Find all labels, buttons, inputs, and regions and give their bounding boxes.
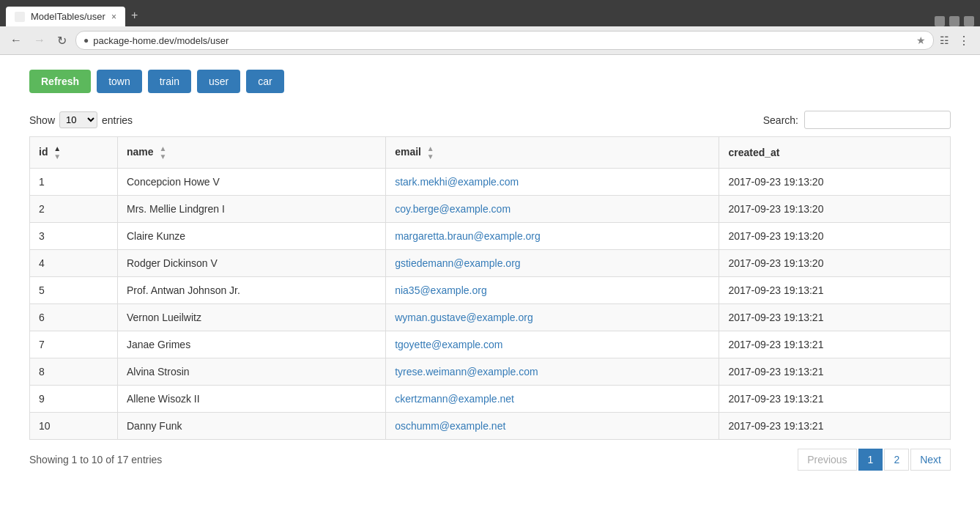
page-content: Refresh town train user car Show 10 25 5… [0,55,980,485]
table-body: 1 Concepcion Howe V stark.mekhi@example.… [30,169,951,440]
cell-created-at: 2017-09-23 19:13:20 [719,223,951,250]
col-name[interactable]: name ▲ ▼ [118,137,386,169]
cell-id: 3 [30,223,118,250]
table-row: 6 Vernon Lueilwitz wyman.gustave@example… [30,304,951,331]
table-row: 3 Claire Kunze margaretta.braun@example.… [30,223,951,250]
cell-name: Claire Kunze [118,223,386,250]
cell-name: Danny Funk [118,413,386,440]
table-row: 9 Allene Wisozk II ckertzmann@example.ne… [30,386,951,413]
table-row: 7 Janae Grimes tgoyette@example.com 2017… [30,331,951,358]
table-row: 4 Rodger Dickinson V gstiedemann@example… [30,250,951,277]
col-email-label: email [395,146,421,158]
maximize-btn[interactable] [949,16,959,26]
window-controls [935,16,974,26]
browser-chrome: ModelTables/user × + [0,0,980,26]
cell-id: 4 [30,250,118,277]
sort-icons-name: ▲ ▼ [159,144,166,161]
search-input[interactable] [804,111,951,129]
entries-select[interactable]: 10 25 50 100 [59,111,97,128]
pagination-summary: Showing 1 to 10 of 17 entries [29,454,162,465]
email-link[interactable]: nia35@example.org [395,284,487,296]
table-header-row: id ▲ ▼ name ▲ ▼ email ▲ [30,137,951,169]
table-row: 10 Danny Funk oschumm@example.net 2017-0… [30,413,951,440]
cell-created-at: 2017-09-23 19:13:21 [719,304,951,331]
car-button[interactable]: car [246,70,283,93]
sort-up-icon: ▲ [159,144,166,152]
tab-close-btn[interactable]: × [111,12,116,22]
email-link[interactable]: gstiedemann@example.org [395,257,520,269]
address-bar[interactable]: ● package-home.dev/models/user ★ [75,31,934,50]
cell-email: stark.mekhi@example.com [386,169,719,196]
email-link[interactable]: wyman.gustave@example.org [395,312,533,323]
extensions-btn[interactable]: ☷ [940,34,949,46]
cell-email: tgoyette@example.com [386,331,719,358]
cell-id: 1 [30,169,118,196]
col-created-at[interactable]: created_at [719,137,951,169]
cell-created-at: 2017-09-23 19:13:21 [719,277,951,304]
show-entries-control: Show 10 25 50 100 entries [29,111,133,128]
next-btn[interactable]: Next [910,449,951,471]
table-controls: Show 10 25 50 100 entries Search: [29,111,951,129]
col-created-at-label: created_at [728,147,779,158]
tab-bar: ModelTables/user × + [6,4,974,26]
town-button[interactable]: town [97,70,142,93]
col-name-label: name [127,146,154,158]
cell-email: gstiedemann@example.org [386,250,719,277]
show-label: Show [29,114,55,126]
page-2-btn[interactable]: 2 [884,449,909,471]
cell-name: Alvina Strosin [118,358,386,386]
email-link[interactable]: stark.mekhi@example.com [395,176,519,188]
refresh-button[interactable]: Refresh [29,70,91,93]
entries-label: entries [102,114,133,126]
cell-name: Prof. Antwan Johnson Jr. [118,277,386,304]
user-button[interactable]: user [197,70,240,93]
cell-id: 10 [30,413,118,440]
table-head: id ▲ ▼ name ▲ ▼ email ▲ [30,137,951,169]
sort-down-icon: ▼ [159,152,166,161]
cell-id: 6 [30,304,118,331]
email-link[interactable]: tyrese.weimann@example.com [395,366,538,378]
col-email[interactable]: email ▲ ▼ [386,137,719,169]
sort-icons-id: ▲ ▼ [53,144,61,161]
reload-btn[interactable]: ↻ [54,32,70,49]
table-row: 8 Alvina Strosin tyrese.weimann@example.… [30,358,951,386]
email-link[interactable]: ckertzmann@example.net [395,393,514,405]
train-button[interactable]: train [148,70,191,93]
email-link[interactable]: margaretta.braun@example.org [395,230,541,242]
sort-down-icon: ▼ [53,152,61,161]
cell-name: Mrs. Mellie Lindgren I [118,196,386,223]
email-link[interactable]: coy.berge@example.com [395,203,511,215]
cell-created-at: 2017-09-23 19:13:20 [719,196,951,223]
minimize-btn[interactable] [935,16,945,26]
sort-up-icon: ▲ [427,144,434,152]
bookmark-icon[interactable]: ★ [916,34,926,46]
cell-email: tyrese.weimann@example.com [386,358,719,386]
col-id[interactable]: id ▲ ▼ [30,137,118,169]
cell-name: Concepcion Howe V [118,169,386,196]
sort-icons-email: ▲ ▼ [427,144,434,161]
url-text: package-home.dev/models/user [93,35,912,46]
cell-created-at: 2017-09-23 19:13:20 [719,250,951,277]
tab-title: ModelTables/user [31,11,105,22]
cell-id: 2 [30,196,118,223]
email-link[interactable]: tgoyette@example.com [395,339,502,350]
email-link[interactable]: oschumm@example.net [395,420,505,432]
back-btn[interactable]: ← [7,32,25,48]
browser-tab[interactable]: ModelTables/user × [6,7,125,26]
page-1-btn[interactable]: 1 [858,449,883,471]
pagination: Previous 1 2 Next [798,449,951,471]
cell-id: 7 [30,331,118,358]
cell-name: Janae Grimes [118,331,386,358]
cell-name: Vernon Lueilwitz [118,304,386,331]
chrome-menu-btn[interactable]: ⋮ [955,32,973,49]
sort-up-icon: ▲ [53,144,61,152]
cell-created-at: 2017-09-23 19:13:21 [719,331,951,358]
cell-created-at: 2017-09-23 19:13:21 [719,413,951,440]
cell-email: coy.berge@example.com [386,196,719,223]
data-table: id ▲ ▼ name ▲ ▼ email ▲ [29,136,951,440]
forward-btn[interactable]: → [31,32,48,48]
previous-btn[interactable]: Previous [798,449,856,471]
close-window-btn[interactable] [964,16,974,26]
new-tab-btn[interactable]: + [125,4,144,26]
cell-id: 9 [30,386,118,413]
